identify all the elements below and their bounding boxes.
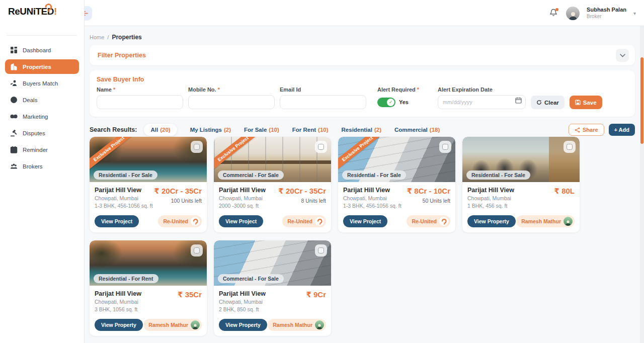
alert-required-toggle[interactable]: ✓ bbox=[377, 98, 395, 107]
property-type-tag: Commercial - For Sale bbox=[218, 274, 284, 283]
mobile-input[interactable] bbox=[188, 95, 275, 109]
clear-button[interactable]: Clear bbox=[531, 96, 565, 109]
sidebar-item-label: Dashboard bbox=[23, 47, 51, 53]
broker-name: Ramesh Mathur bbox=[521, 218, 561, 224]
sidebar-item-buyers-match[interactable]: Buyers Match bbox=[5, 76, 79, 91]
scrollbar-thumb[interactable] bbox=[640, 57, 643, 144]
mobile-field-group: Mobile No. * bbox=[188, 87, 275, 109]
sidebar-item-label: Reminder bbox=[23, 147, 48, 153]
alert-expiration-date-input[interactable] bbox=[438, 95, 526, 109]
sidebar-item-label: Marketing bbox=[23, 114, 48, 120]
view-project-button[interactable]: View Project bbox=[95, 215, 139, 227]
property-units-left: 50 Units left bbox=[407, 198, 450, 204]
property-title: Parijat Hill View bbox=[95, 187, 153, 194]
add-button-label: + Add bbox=[614, 127, 629, 133]
broker-pill[interactable]: Ramesh Mathur bbox=[143, 319, 202, 331]
exclusive-project-ribbon: Exclusive Project bbox=[90, 137, 141, 175]
sidebar-item-disputes[interactable]: Disputes bbox=[5, 126, 79, 140]
share-button[interactable]: Share bbox=[569, 124, 604, 136]
calendar-icon bbox=[10, 146, 18, 153]
sidebar-item-properties[interactable]: Properties bbox=[5, 59, 79, 74]
mobile-label: Mobile No. * bbox=[188, 87, 275, 93]
calendar-icon[interactable] bbox=[515, 97, 522, 106]
property-price: ₹ 80L bbox=[554, 187, 575, 196]
people-group-icon bbox=[10, 162, 18, 170]
property-location: Chowpati, Mumbai bbox=[219, 299, 266, 305]
alert-required-label: Alert Required * bbox=[377, 87, 433, 93]
sidebar: ReUNiTED! Dashboard Properties Buyers Ma… bbox=[0, 0, 85, 343]
broker-avatar bbox=[315, 320, 324, 329]
property-card[interactable]: Residential - For Sale Parijat Hill View… bbox=[462, 137, 580, 232]
broker-pill[interactable]: Ramesh Mathur bbox=[268, 319, 326, 331]
property-card[interactable]: Commercial - For Sale Parijat Hill View … bbox=[214, 240, 331, 336]
view-property-button[interactable]: View Property bbox=[95, 319, 143, 331]
property-spec: 1-3 BHK, 456-1056 sq. ft bbox=[343, 203, 401, 209]
sidebar-item-reminder[interactable]: Reminder bbox=[5, 142, 79, 157]
re-united-pill[interactable]: Re-United bbox=[282, 215, 326, 227]
name-field-group: Name * bbox=[97, 87, 183, 109]
marketing-icon bbox=[10, 113, 18, 120]
property-title: Parijat Hill View bbox=[95, 290, 141, 297]
property-card[interactable]: Exclusive Project Commercial - For Sale … bbox=[214, 137, 331, 232]
tab-commercial[interactable]: Commercial(18) bbox=[394, 127, 440, 133]
view-project-button[interactable]: View Project bbox=[219, 215, 263, 227]
tab-my-listings[interactable]: My Listings(2) bbox=[190, 127, 231, 133]
property-spec: 1 BHK, 456 sq. ft bbox=[467, 203, 514, 209]
sidebar-item-label: Disputes bbox=[23, 130, 45, 136]
card-checkbox[interactable] bbox=[315, 244, 327, 256]
pill-label: Re-United bbox=[287, 218, 312, 224]
property-card[interactable]: Residential - For Rent Parijat Hill View… bbox=[90, 240, 207, 336]
breadcrumb: Home / Properties bbox=[90, 34, 142, 41]
property-location: Chowpati, Mumbai bbox=[343, 195, 401, 201]
building-icon bbox=[10, 63, 18, 70]
card-checkbox[interactable] bbox=[564, 141, 576, 153]
notification-bell-icon[interactable] bbox=[549, 8, 559, 18]
property-card[interactable]: Exclusive Project Residential - For Sale… bbox=[338, 137, 455, 232]
property-card[interactable]: Exclusive Project Residential - For Sale… bbox=[90, 137, 207, 232]
card-checkbox[interactable] bbox=[191, 141, 203, 153]
sidebar-item-label: Properties bbox=[23, 64, 51, 70]
tab-for-rent[interactable]: For Rent(10) bbox=[292, 127, 329, 133]
property-price: ₹ 9Cr bbox=[306, 290, 326, 299]
user-avatar[interactable] bbox=[566, 7, 580, 20]
card-checkbox[interactable] bbox=[191, 244, 203, 256]
view-property-button[interactable]: View Property bbox=[219, 319, 267, 331]
sidebar-item-dashboard[interactable]: Dashboard bbox=[5, 43, 79, 57]
property-spec: 2000 -3000 sq. ft bbox=[219, 203, 266, 209]
scrollbar-track[interactable] bbox=[640, 26, 644, 343]
sidebar-item-deals[interactable]: $ Deals bbox=[5, 93, 79, 107]
broker-pill[interactable]: Ramesh Mathur bbox=[516, 215, 575, 227]
view-property-button[interactable]: View Property bbox=[467, 215, 516, 227]
email-field-group: Email Id bbox=[280, 87, 366, 109]
card-checkbox[interactable] bbox=[439, 141, 451, 153]
breadcrumb-home[interactable]: Home bbox=[90, 34, 104, 40]
sidebar-item-brokers[interactable]: Brokers bbox=[5, 159, 79, 174]
email-input[interactable] bbox=[280, 95, 366, 109]
tab-for-sale[interactable]: For Sale(10) bbox=[244, 127, 279, 133]
gavel-icon bbox=[10, 129, 18, 137]
re-united-pill[interactable]: Re-United bbox=[158, 215, 202, 227]
view-project-button[interactable]: View Project bbox=[343, 215, 387, 227]
name-input[interactable] bbox=[97, 95, 183, 109]
property-location: Chowpati, Mumbai bbox=[95, 195, 153, 201]
share-button-label: Share bbox=[583, 127, 598, 133]
save-button[interactable]: Save bbox=[570, 96, 602, 109]
property-type-tag: Residential - For Sale bbox=[466, 170, 530, 180]
property-image-building: Exclusive Project Residential - For Sale bbox=[338, 137, 455, 182]
card-checkbox[interactable] bbox=[315, 141, 327, 153]
filter-properties-panel: Filter Properties bbox=[90, 45, 635, 65]
tab-residential[interactable]: Residential(2) bbox=[342, 127, 381, 133]
property-price: ₹ 8Cr - 10Cr bbox=[407, 187, 450, 196]
add-button[interactable]: + Add bbox=[609, 124, 635, 136]
tab-all[interactable]: All(20) bbox=[144, 124, 177, 136]
save-button-label: Save bbox=[583, 100, 597, 106]
svg-text:$: $ bbox=[13, 97, 15, 102]
filter-expand-button[interactable] bbox=[616, 49, 629, 62]
property-price: ₹ 20Cr - 35Cr bbox=[278, 187, 326, 196]
re-united-mark-icon bbox=[439, 217, 448, 226]
re-united-pill[interactable]: Re-United bbox=[407, 215, 450, 227]
chevron-down-icon[interactable]: ▾ bbox=[633, 11, 636, 16]
app-root: ReUNiTED! Dashboard Properties Buyers Ma… bbox=[0, 0, 644, 343]
sidebar-item-marketing[interactable]: Marketing bbox=[5, 109, 79, 124]
property-title: Parijat Hill View bbox=[343, 187, 401, 194]
